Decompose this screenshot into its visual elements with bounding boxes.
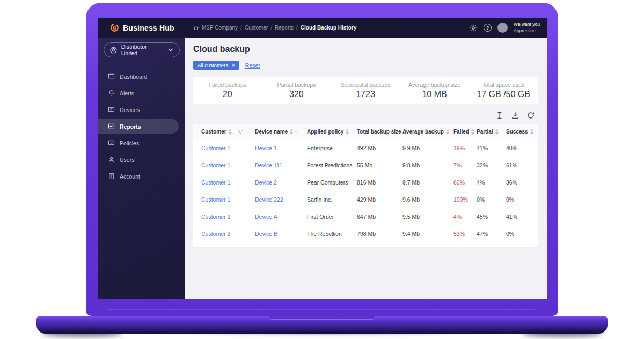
avatar[interactable] [497, 23, 508, 33]
stat-value: 20 [223, 90, 232, 99]
chip-close-icon[interactable]: × [232, 62, 235, 68]
device-link[interactable]: Device B [255, 231, 307, 237]
user-line2: Apprentice [514, 28, 540, 34]
customer-link[interactable]: Customer 1 [201, 162, 255, 168]
sidebar-item-account[interactable]: Account [98, 169, 185, 183]
applied-policy-cell: Sarfin Inc. [307, 196, 357, 203]
sidebar-item-policies[interactable]: Policies [98, 136, 185, 150]
column-header-customer[interactable]: Customer [201, 129, 255, 135]
column-header-failed[interactable]: Failed [453, 129, 477, 135]
device-link[interactable]: Device 222 [255, 196, 307, 203]
failed-cell: 60% [453, 179, 477, 186]
help-icon[interactable]: ? [484, 24, 492, 32]
sort-icon [229, 129, 232, 135]
table-header-row: Customer Device name [193, 124, 538, 139]
partial-cell: 4% [477, 179, 506, 186]
customer-link[interactable]: Customer 2 [201, 231, 255, 237]
filter-funnel-icon[interactable] [238, 129, 243, 135]
applied-policy-cell: The Rebellion [307, 231, 357, 237]
app-screen: Business Hub MSP Company Customer Report… [98, 18, 547, 299]
breadcrumb-current: Cloud Backup History [296, 25, 356, 31]
success-cell: 0% [506, 196, 538, 203]
alerts-bell-icon [108, 90, 115, 97]
column-label: Success [506, 129, 528, 135]
sidebar-item-alerts[interactable]: Alerts [98, 86, 185, 100]
laptop-shadow [80, 331, 564, 338]
partial-cell: 41% [477, 145, 506, 151]
failed-cell: 19% [453, 145, 477, 151]
search-icon[interactable] [295, 129, 298, 135]
sidebar-menu: Dashboard Alerts Devices [98, 69, 185, 183]
customer-link[interactable]: Customer 1 [201, 145, 255, 151]
download-icon[interactable] [511, 112, 519, 119]
total-backup-size-cell: 647 Mb [357, 213, 402, 220]
stat-value: 320 [289, 90, 304, 99]
table-row: Customer 1 Device 2 Pear Computers 816 M… [193, 174, 538, 191]
reset-link[interactable]: Reset [245, 62, 260, 69]
filter-chip-all-customers[interactable]: All customers × [193, 61, 239, 70]
success-cell: 41% [506, 213, 538, 220]
business-hub-logo-icon [110, 23, 119, 32]
table-row: Customer 1 Device 1 Enterprise 492 Mb 9.… [193, 139, 538, 157]
sidebar-item-users[interactable]: Users [98, 152, 185, 167]
breadcrumb-reports[interactable]: Reports [270, 25, 294, 31]
device-link[interactable]: Device 111 [255, 162, 307, 168]
table-row: Customer 2 Device A First Order 647 Mb 9… [193, 208, 538, 225]
sidebar-item-devices[interactable]: Devices [98, 102, 185, 117]
policies-icon [108, 139, 115, 146]
sidebar-item-label: Alerts [120, 90, 134, 97]
total-backup-size-cell: 798 Mb [357, 231, 402, 237]
brand: Business Hub [98, 23, 185, 32]
sort-icon [471, 129, 474, 135]
filter-chip-label: All customers [197, 62, 228, 68]
column-label: Failed [453, 129, 469, 135]
column-header-average-backup[interactable]: Average backup [402, 129, 453, 135]
column-header-applied-policy[interactable]: Applied policy [307, 129, 357, 135]
sort-icon [530, 129, 533, 135]
sidebar-item-label: Devices [120, 107, 140, 113]
breadcrumb-customer[interactable]: Customer [240, 25, 268, 31]
partial-cell: 32% [477, 162, 506, 168]
refresh-icon[interactable] [527, 112, 535, 119]
average-backup-cell: 9.9 Mb [402, 145, 453, 151]
sidebar-item-label: Policies [120, 140, 139, 146]
settings-gear-icon[interactable] [469, 24, 478, 32]
org-selector[interactable]: Distributor United [104, 42, 180, 57]
column-header-partial[interactable]: Partial [477, 129, 506, 135]
stat-average-backup-size: Average backup size 10 MB [400, 77, 469, 104]
table-row: Customer 2 Device B The Rebellion 798 Mb… [193, 225, 538, 242]
average-backup-cell: 9.5 Mb [402, 213, 453, 220]
stat-total-space-used: Total space used 17 GB /50 GB [469, 77, 538, 104]
breadcrumb-msp-company[interactable]: MSP Company [202, 25, 238, 31]
customer-link[interactable]: Customer 2 [201, 213, 255, 220]
failed-cell: 7% [453, 162, 477, 168]
column-settings-icon[interactable] [496, 112, 503, 119]
failed-cell: 53% [453, 231, 477, 237]
stat-successful-backups: Successful backups 1723 [331, 77, 400, 104]
table-row: Customer 1 Device 222 Sarfin Inc. 429 Mb… [193, 191, 538, 208]
stat-value: 10 MB [422, 90, 447, 99]
backup-table: Customer Device name [193, 124, 538, 247]
dashboard-icon [108, 73, 115, 80]
sort-icon [346, 129, 349, 135]
applied-policy-cell: Pear Computers [307, 179, 357, 186]
sidebar: Distributor United Dashboard [98, 38, 185, 299]
column-header-total-backup-size[interactable]: Total backup size [357, 129, 402, 135]
customer-link[interactable]: Customer 1 [201, 196, 255, 203]
customer-link[interactable]: Customer 1 [201, 179, 255, 186]
user-label: We want you Apprentice [514, 21, 540, 33]
success-cell: 0% [506, 231, 538, 237]
home-icon[interactable] [193, 25, 199, 31]
sidebar-item-reports[interactable]: Reports [98, 119, 179, 134]
column-label: Average backup [402, 129, 444, 135]
device-link[interactable]: Device 1 [255, 145, 307, 151]
laptop-hinge-line [107, 309, 537, 310]
device-link[interactable]: Device A [255, 213, 307, 220]
sidebar-item-dashboard[interactable]: Dashboard [98, 69, 185, 84]
main-content: Cloud backup All customers × Reset Faile… [185, 38, 547, 299]
column-header-success[interactable]: Success [506, 129, 538, 135]
stats-bar: Failed backups 20 Partial backups 320 Su… [193, 77, 538, 104]
column-header-device-name[interactable]: Device name [255, 129, 307, 135]
device-link[interactable]: Device 2 [255, 179, 307, 186]
partial-cell: 47% [477, 231, 506, 237]
